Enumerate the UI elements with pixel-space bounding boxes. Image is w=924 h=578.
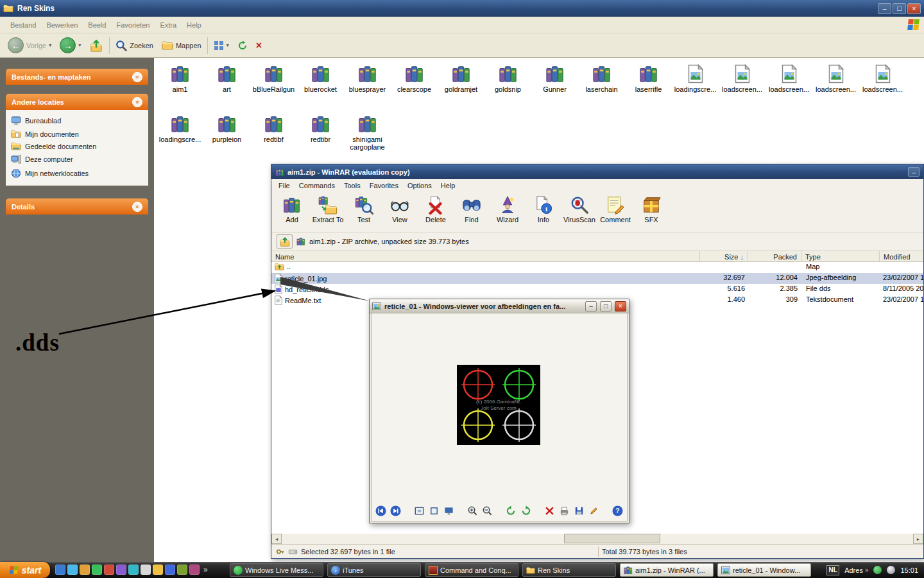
test-button[interactable]: Test — [346, 193, 382, 231]
language-indicator[interactable]: NL — [826, 565, 839, 575]
file-row-up[interactable]: .. Map — [271, 262, 923, 273]
horizontal-scrollbar[interactable]: ◄ ► — [271, 534, 923, 544]
file-icon[interactable]: loadscreen... — [766, 64, 812, 93]
file-icon[interactable]: Gunner — [531, 64, 578, 93]
quick-launch-icon[interactable] — [92, 565, 102, 575]
chevron-down-icon[interactable]: « — [132, 72, 142, 82]
sidebar-item-mijn-documenten[interactable]: Mijn documenten — [8, 128, 146, 140]
sidebar-item-deze-computer[interactable]: Deze computer — [8, 152, 146, 166]
column-header-size[interactable]: Size↓ — [700, 251, 748, 262]
menu-file[interactable]: File — [274, 180, 295, 191]
scroll-left-button[interactable]: ◄ — [271, 534, 282, 544]
panel-header-details[interactable]: Details « — [6, 198, 148, 215]
chevron-up-icon[interactable]: « — [132, 97, 142, 107]
file-icon[interactable]: goldramjet — [438, 64, 484, 93]
file-icon[interactable]: bluesprayer — [344, 64, 391, 93]
search-button[interactable]: Zoeken — [113, 39, 156, 53]
start-button[interactable]: start — [0, 562, 50, 578]
add-button[interactable]: Add — [274, 193, 310, 231]
forward-button[interactable]: → ▾ — [57, 36, 83, 55]
file-icon[interactable]: loadscreen... — [812, 64, 859, 93]
save-button[interactable] — [574, 505, 585, 516]
print-button[interactable] — [559, 505, 570, 516]
file-icon[interactable]: clearscope — [391, 64, 438, 93]
stop-button[interactable]: × — [253, 39, 264, 52]
next-button[interactable] — [390, 505, 402, 516]
views-button[interactable]: ▾ — [211, 39, 232, 52]
quick-launch-icon[interactable] — [177, 565, 187, 575]
menu-favorieten[interactable]: Favorieten — [111, 19, 155, 31]
menu-tools[interactable]: Tools — [339, 180, 365, 191]
menu-commands[interactable]: Commands — [295, 180, 339, 191]
sidebar-item-gedeelde-documenten[interactable]: Gedeelde documenten — [8, 140, 146, 152]
menu-bewerken[interactable]: Bewerken — [41, 19, 83, 31]
taskbar-button-messenger[interactable]: Windows Live Mess... — [230, 563, 323, 577]
zoom-in-button[interactable] — [467, 505, 479, 516]
file-icon[interactable]: bluerocket — [297, 64, 344, 93]
file-icon[interactable]: loadscreen... — [859, 64, 906, 93]
folders-button[interactable]: Mappen — [159, 39, 204, 51]
up-directory-button[interactable] — [277, 234, 293, 249]
column-header-modified[interactable]: Modified — [880, 251, 924, 262]
file-icon[interactable]: laserchain — [578, 64, 625, 93]
quick-launch-icon[interactable] — [55, 565, 65, 575]
file-icon[interactable]: aim1 — [157, 64, 203, 93]
quick-launch-icon[interactable] — [141, 565, 151, 575]
extract-to-button[interactable]: Extract To — [310, 193, 346, 231]
chevron-down-icon[interactable]: « — [132, 202, 142, 212]
column-header-type[interactable]: Type — [801, 251, 880, 262]
menu-options[interactable]: Options — [403, 180, 436, 191]
refresh-button[interactable] — [235, 39, 250, 52]
taskbar-button-game[interactable]: Command and Conq... — [425, 563, 518, 577]
help-button[interactable]: ? — [612, 505, 624, 516]
quick-launch-icon[interactable] — [153, 565, 163, 575]
file-row-selected[interactable]: reticle_01.jpg 32.697 12.004 Jpeg-afbeel… — [271, 273, 923, 284]
viewer-titlebar[interactable]: reticle_01 - Windows-viewer voor afbeeld… — [370, 299, 629, 313]
file-icon[interactable]: loadscreen... — [719, 64, 766, 93]
maximize-button[interactable]: □ — [893, 3, 906, 14]
file-icon[interactable]: laserrifle — [625, 64, 672, 93]
virusscan-button[interactable]: VirusScan — [561, 193, 597, 231]
delete-button[interactable] — [544, 505, 556, 516]
sidebar-item-mijn-netwerklocaties[interactable]: Mijn netwerklocaties — [8, 166, 146, 180]
comment-button[interactable]: Comment — [597, 193, 633, 231]
maximize-button[interactable]: □ — [600, 301, 612, 311]
overflow-chevron-icon[interactable]: » — [203, 565, 208, 574]
up-button[interactable] — [87, 38, 106, 53]
quick-launch-icon[interactable] — [116, 565, 126, 575]
file-icon[interactable]: loadingscre... — [672, 64, 719, 93]
scrollbar-track[interactable] — [282, 534, 913, 544]
taskbar-button-ren-skins[interactable]: Ren Skins — [522, 563, 616, 577]
back-button[interactable]: ← Vorige ▾ — [5, 36, 54, 55]
scroll-right-button[interactable]: ► — [913, 534, 923, 544]
quick-launch-icon[interactable] — [128, 565, 139, 575]
taskbar-button-itunes[interactable]: ♪ iTunes — [327, 563, 421, 577]
wizard-button[interactable]: Wizard — [490, 193, 526, 231]
taskbar-button-winrar[interactable]: aim1.zip - WinRAR (... — [620, 563, 714, 577]
view-button[interactable]: View — [382, 193, 418, 231]
quick-launch-icon[interactable] — [80, 565, 90, 575]
zoom-out-button[interactable] — [482, 505, 493, 516]
file-icon[interactable]: art — [203, 64, 250, 93]
file-icon[interactable]: redtibr — [297, 114, 344, 151]
file-icon[interactable]: bBlueRailgun — [250, 64, 297, 93]
edit-button[interactable] — [588, 505, 600, 516]
best-fit-button[interactable] — [414, 505, 425, 516]
find-button[interactable]: Find — [454, 193, 490, 231]
file-icon[interactable]: purpleion — [203, 114, 250, 151]
quick-launch-icon[interactable] — [104, 565, 114, 575]
rotate-clockwise-button[interactable] — [520, 505, 532, 516]
scrollbar-thumb[interactable] — [564, 534, 660, 543]
minimize-button[interactable]: – — [908, 167, 920, 177]
menu-favorites[interactable]: Favorites — [365, 180, 403, 191]
file-row[interactable]: hd_reticle.dds 5.616 2.385 File dds 8/11… — [271, 284, 923, 295]
minimize-button[interactable]: – — [878, 3, 891, 14]
menu-extra[interactable]: Extra — [155, 19, 182, 31]
info-button[interactable]: i Info — [526, 193, 561, 231]
winrar-titlebar[interactable]: aim1.zip - WinRAR (evaluation copy) – — [271, 164, 923, 179]
rotate-counterclockwise-button[interactable] — [506, 505, 517, 516]
column-header-packed[interactable]: Packed — [748, 251, 801, 262]
delete-button[interactable]: Delete — [418, 193, 454, 231]
minimize-button[interactable]: – — [585, 301, 597, 311]
explorer-titlebar[interactable]: Ren Skins – □ × — [0, 0, 924, 17]
